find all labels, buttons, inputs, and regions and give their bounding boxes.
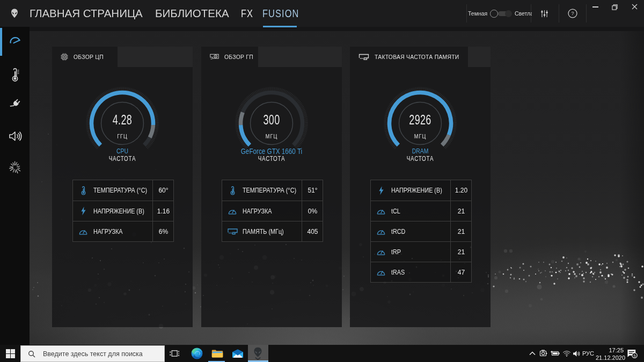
svg-text:?: ? bbox=[571, 11, 574, 16]
svg-text:5: 5 bbox=[633, 353, 636, 358]
